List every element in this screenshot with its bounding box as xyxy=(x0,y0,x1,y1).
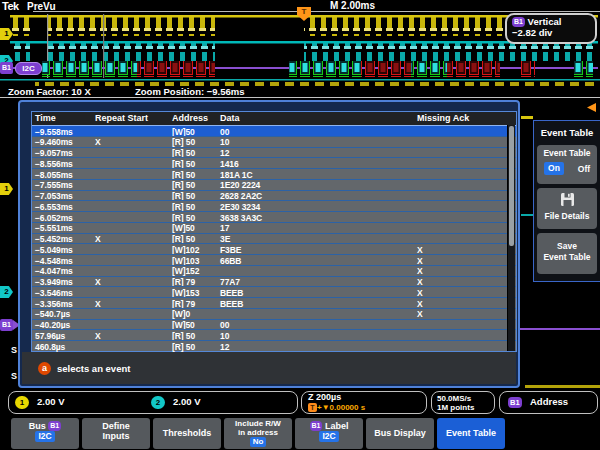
tek-logo: Tek xyxy=(2,0,19,12)
bus-i2c-label: I2C xyxy=(15,62,42,75)
event-table-label: Event Table xyxy=(437,418,505,449)
bus-type-chip: I2C xyxy=(35,431,54,442)
toggle-on[interactable]: On xyxy=(544,162,564,175)
stray-bus-trace xyxy=(520,328,600,330)
table-cell: 460.8µs xyxy=(35,342,65,352)
thresholds-label: Thresholds xyxy=(153,418,221,449)
table-row[interactable]: −3.356msX[R] 79BEEBX xyxy=(32,297,516,308)
multipurpose-knob-a-icon: a xyxy=(38,362,51,375)
col-data: Data xyxy=(220,113,240,123)
label-word: Label xyxy=(325,421,349,431)
toggle-off[interactable]: Off xyxy=(578,164,590,174)
event-table-dialog: Time Repeat Start Address Data Missing A… xyxy=(18,100,520,388)
hidden-label-s2: S xyxy=(11,371,17,381)
table-cell: 12 xyxy=(220,342,229,352)
table-row[interactable]: −7.053ms[R] 502628 2A2C xyxy=(32,190,516,201)
table-row[interactable]: 460.8µs[R] 5012 xyxy=(32,340,516,351)
zoom-factor: Zoom Factor: 10 X xyxy=(8,86,91,97)
stray-trace-bottom xyxy=(525,385,600,388)
table-row[interactable]: −8.556ms[R] 501416 xyxy=(32,157,516,168)
vertical-badge-value: −2.82 div xyxy=(512,27,595,38)
dialog-footer: a selects an event xyxy=(22,352,516,384)
save-line2: Event Table xyxy=(537,252,597,263)
floppy-disk-icon xyxy=(560,192,575,207)
stray-ch2-trace xyxy=(521,214,533,216)
table-row[interactable]: 57.96µsX[R] 5010 xyxy=(32,329,516,340)
table-row[interactable]: −7.555ms[R] 501E20 2224 xyxy=(32,179,516,190)
sample-rate-box: 50.0MS/s 1M points xyxy=(431,391,495,414)
ch1-scale-value: 2.00 V xyxy=(37,396,64,407)
footer-hint-text: selects an event xyxy=(57,363,130,374)
table-row[interactable]: −5.049ms[W]102F3BEX xyxy=(32,243,516,254)
table-row[interactable]: −5.452msX[R] 503E xyxy=(32,233,516,244)
table-row[interactable]: −9.057ms[R] 5012 xyxy=(32,147,516,158)
side-menu-title: Event Table xyxy=(534,127,600,138)
vertical-position-badge: B1 Vertical −2.82 div xyxy=(505,13,597,44)
table-row[interactable]: −9.558ms[W]5000 xyxy=(32,125,516,136)
menu-bus-button[interactable]: Bus B1 I2C xyxy=(11,418,79,449)
table-row[interactable]: −3.546ms[W]153BEEBX xyxy=(32,286,516,297)
define-line1: Define xyxy=(82,418,150,431)
label-value-chip: I2C xyxy=(319,431,338,442)
table-row[interactable]: −9.460msX[R] 5010 xyxy=(32,136,516,147)
file-details-label: File Details xyxy=(537,211,597,221)
zoom-bus-marker: B1 xyxy=(0,319,13,331)
zoom-ch2-marker: 2 xyxy=(0,286,13,298)
timebase-readout: M 2.00ms xyxy=(330,0,375,11)
vertical-badge-label: Vertical xyxy=(528,16,562,27)
table-row[interactable]: −4.548ms[W]10366BBX xyxy=(32,254,516,265)
col-missing-ack: Missing Ack xyxy=(417,113,469,123)
table-row[interactable]: −8.055ms[R] 50181A 1C xyxy=(32,168,516,179)
menu-label-button[interactable]: B1 Label I2C xyxy=(295,418,363,449)
menu-event-table-button[interactable]: Event Table xyxy=(437,418,505,449)
b1-chip: B1 xyxy=(512,17,525,27)
table-row[interactable]: −3.949msX[R] 7977A7X xyxy=(32,276,516,287)
save-line1: Save xyxy=(537,241,597,252)
scrollbar-thumb[interactable] xyxy=(509,126,514,246)
bus-trigger-box: B1 Address xyxy=(499,391,598,414)
event-table-toggle-button[interactable]: Event Table On Off xyxy=(537,145,597,184)
include-value-chip: No xyxy=(250,437,267,447)
event-rows: −9.558ms[W]5000−9.460msX[R] 5010−9.057ms… xyxy=(32,125,516,351)
menu-thresholds-button[interactable]: Thresholds xyxy=(153,418,221,449)
record-length: 1M points xyxy=(437,403,474,412)
menu-bus-display-button[interactable]: Bus Display xyxy=(366,418,434,449)
bus-b1-marker: B1 xyxy=(0,62,13,74)
trigger-t-icon: T xyxy=(308,403,317,412)
zoom-ch1-marker: 1 xyxy=(0,183,13,195)
table-header: Time Repeat Start Address Data Missing A… xyxy=(32,112,516,125)
table-row[interactable]: −6.553ms[R] 502E30 3234 xyxy=(32,200,516,211)
save-event-table-button[interactable]: Save Event Table xyxy=(537,233,597,274)
ch2-badge: 2 xyxy=(151,396,165,409)
zoom-position: Zoom Position: −9.56ms xyxy=(135,86,245,97)
ch1-badge: 1 xyxy=(15,396,29,409)
table-row[interactable]: −540.7µs[W]0X xyxy=(32,308,516,319)
menu-define-inputs-button[interactable]: Define Inputs xyxy=(82,418,150,449)
col-time: Time xyxy=(35,113,56,123)
table-row[interactable]: −6.052ms[R] 503638 3A3C xyxy=(32,211,516,222)
table-row[interactable]: −40.20µs[W]5000 xyxy=(32,319,516,330)
table-cell: [R] 50 xyxy=(172,342,195,352)
side-menu-panel: Event Table Event Table On Off File Deta… xyxy=(533,120,600,282)
include-line1: Include R/W xyxy=(224,418,292,428)
col-repeat-start: Repeat Start xyxy=(95,113,148,123)
b1-chip: B1 xyxy=(508,397,522,408)
zoom-timebase-box: Z 200µs T+▼0.00000 s xyxy=(301,391,427,414)
zoom-view-top-line xyxy=(0,97,600,98)
stray-ch1-trace xyxy=(521,116,533,119)
include-line2: in address xyxy=(224,428,292,437)
col-address: Address xyxy=(172,113,208,123)
sample-rate: 50.0MS/s xyxy=(437,394,471,403)
b1-chip: B1 xyxy=(310,421,323,431)
menu-include-rw-button[interactable]: Include R/W in address No xyxy=(224,418,292,449)
b1-chip: B1 xyxy=(48,421,61,431)
channel-readout-box: 1 2.00 V 2 2.00 V xyxy=(8,391,298,414)
ch2-scale-value: 2.00 V xyxy=(173,396,200,407)
table-row[interactable]: −4.047ms[W]152X xyxy=(32,265,516,276)
table-scrollbar[interactable] xyxy=(507,125,515,351)
bus-trigger-readout: Address xyxy=(530,396,568,407)
expand-point-icon xyxy=(587,103,596,112)
file-details-button[interactable]: File Details xyxy=(537,188,597,229)
table-row[interactable]: −5.551ms[W]5017 xyxy=(32,222,516,233)
trigger-delay-readout: T+▼0.00000 s xyxy=(308,403,365,412)
